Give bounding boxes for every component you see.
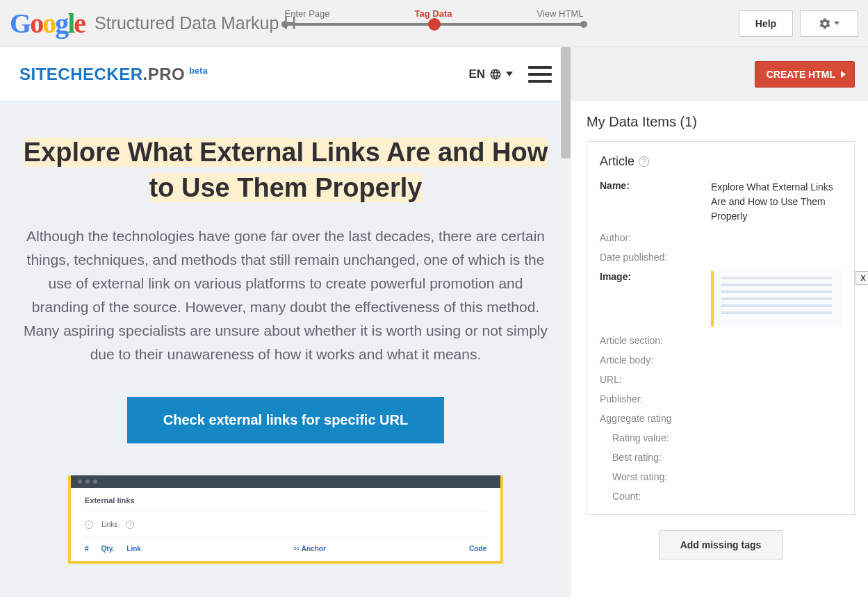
chevron-right-icon: [841, 71, 846, 78]
data-items-title: My Data Items (1): [587, 114, 855, 130]
field-best-rating: Best rating:: [600, 452, 842, 463]
create-html-label: CREATE HTML: [767, 69, 835, 80]
label-image: Image:: [600, 271, 711, 282]
step-dot-1: [281, 21, 288, 28]
mock-links-label: Links: [101, 521, 117, 528]
step-tag-data[interactable]: Tag Data: [415, 8, 452, 19]
field-rating-value: Rating value:: [600, 432, 842, 443]
mock-col-hash: #: [85, 545, 89, 553]
label-count: Count:: [600, 491, 711, 502]
step-dot-2: [428, 18, 441, 31]
field-name: Name: Explore What External Links Are an…: [600, 180, 842, 224]
site-logo-part1: SITECHECKER: [19, 65, 143, 84]
app-header: Google Structured Data Markup Hel Enter …: [0, 0, 868, 47]
gear-icon: [819, 17, 831, 30]
step-view-html[interactable]: View HTML: [537, 8, 584, 19]
add-missing-tags-button[interactable]: Add missing tags: [659, 530, 783, 559]
field-date-published: Date published:: [600, 252, 842, 263]
image-thumbnail[interactable]: [711, 271, 842, 327]
site-logo-part2: .PRO: [143, 65, 186, 84]
label-section: Article section:: [600, 335, 711, 346]
language-selector[interactable]: EN: [468, 67, 513, 81]
info-icon: i: [85, 521, 93, 529]
field-publisher: Publisher:: [600, 393, 842, 404]
remove-image-button[interactable]: X: [855, 271, 868, 285]
step-enter-page[interactable]: Enter Page: [285, 8, 330, 19]
right-pane: CREATE HTML My Data Items (1) Article ? …: [571, 47, 868, 597]
progress-stepper: Enter Page Tag Data View HTML: [285, 8, 584, 26]
mock-col-anchor: Anchor: [293, 545, 326, 553]
label-worst: Worst rating:: [600, 471, 711, 482]
label-body: Article body:: [600, 354, 711, 366]
mock-titlebar: [71, 475, 500, 488]
step-dot-3: [580, 21, 587, 28]
help-icon[interactable]: ?: [639, 156, 649, 167]
label-author: Author:: [600, 232, 711, 243]
article-title[interactable]: Explore What External Links Are and How …: [21, 135, 550, 206]
article-description[interactable]: Although the technologies have gone far …: [21, 224, 550, 366]
label-best: Best rating:: [600, 452, 711, 463]
label-url: URL:: [600, 374, 711, 385]
beta-badge: beta: [189, 66, 208, 76]
google-logo: Google: [10, 7, 85, 40]
label-date: Date published:: [600, 252, 711, 263]
main: SITECHECKER.PRO beta EN Explore What Ext…: [0, 47, 868, 597]
field-author: Author:: [600, 232, 842, 243]
cta-button[interactable]: Check external links for specific URL: [127, 397, 444, 443]
scrollbar-thumb[interactable]: [561, 47, 571, 158]
language-code: EN: [468, 67, 485, 81]
data-item-card: Article ? Name: Explore What External Li…: [587, 141, 855, 515]
article-area: Explore What External Links Are and How …: [0, 101, 571, 578]
mock-heading: External links: [85, 496, 486, 512]
help-button[interactable]: Help: [739, 10, 793, 37]
label-rating-value: Rating value:: [600, 432, 711, 443]
card-title: Article ?: [600, 154, 842, 169]
article-image[interactable]: External links i Links ? # Qty. Link: [68, 475, 503, 564]
field-worst-rating: Worst rating:: [600, 471, 842, 482]
globe-icon: [489, 68, 502, 81]
app-title: Structured Data Markup Hel: [95, 13, 296, 33]
mock-col-code: Code: [469, 545, 486, 553]
settings-button[interactable]: [800, 10, 858, 37]
link-icon: [293, 545, 300, 552]
field-url: URL:: [600, 374, 842, 385]
create-html-button[interactable]: CREATE HTML: [755, 61, 855, 88]
preview-pane: SITECHECKER.PRO beta EN Explore What Ext…: [0, 47, 571, 597]
label-agg: Aggregate rating: [600, 413, 711, 424]
field-article-section: Article section:: [600, 335, 842, 346]
field-aggregate-rating: Aggregate rating: [600, 413, 842, 424]
field-article-body: Article body:: [600, 354, 842, 366]
field-image: Image: X: [600, 271, 842, 327]
field-count: Count:: [600, 491, 842, 502]
caret-down-icon: [834, 22, 840, 25]
scrollbar[interactable]: [560, 47, 571, 597]
value-name[interactable]: Explore What External Links Are and How …: [711, 180, 842, 224]
label-name: Name:: [600, 180, 711, 191]
label-publisher: Publisher:: [600, 393, 711, 404]
site-header: SITECHECKER.PRO beta EN: [0, 47, 571, 101]
site-logo[interactable]: SITECHECKER.PRO beta: [19, 65, 208, 84]
mock-col-link: Link: [126, 545, 141, 553]
caret-down-icon: [506, 72, 513, 76]
menu-button[interactable]: [528, 66, 552, 83]
help-icon: ?: [126, 521, 134, 529]
mock-col-qty: Qty.: [101, 545, 115, 553]
